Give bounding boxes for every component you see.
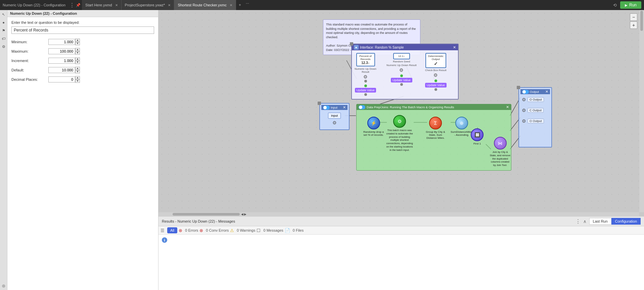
workflow-canvas[interactable]: This standard macro was created to autom… bbox=[158, 10, 644, 216]
sidebar-icon-circle[interactable]: ● bbox=[1, 19, 7, 25]
percent-node[interactable]: Percent ofRecords 12.3↓ bbox=[356, 53, 375, 66]
sidebar-icon-flag[interactable]: ⚑ bbox=[1, 27, 7, 34]
hscroll-thumb[interactable] bbox=[173, 213, 240, 216]
bottom-content-area: ℹ bbox=[158, 235, 644, 290]
deterministic-gear[interactable]: ⚙ bbox=[433, 72, 438, 78]
minimum-spin-down[interactable]: ▼ bbox=[75, 42, 80, 45]
maximum-spin-down[interactable]: ▼ bbox=[75, 51, 80, 55]
menu-dots[interactable]: ⋮ bbox=[70, 2, 75, 8]
increment-spin-down[interactable]: ▼ bbox=[75, 61, 80, 64]
interface-macro-box[interactable]: ■ Interface: Random % Sample ✕ Percent o… bbox=[351, 44, 459, 100]
update1-button[interactable]: Update Value bbox=[355, 88, 376, 93]
increment-input-wrap: ▲ ▼ bbox=[48, 57, 80, 64]
maximum-input[interactable] bbox=[48, 48, 75, 54]
tab-close-1[interactable]: ✕ bbox=[168, 3, 171, 7]
tab-shortest-route[interactable]: Shortest Route Checker.yxmc ✕ bbox=[174, 0, 236, 10]
bottom-info-row: ℹ bbox=[162, 237, 641, 243]
join-icon[interactable]: ⋈ bbox=[494, 137, 507, 150]
decimal-input[interactable] bbox=[48, 76, 75, 82]
default-input-wrap: ▲ ▼ bbox=[48, 67, 80, 73]
canvas-vscroll[interactable] bbox=[639, 10, 644, 212]
input-resize-handle[interactable] bbox=[318, 102, 321, 105]
bottom-dots[interactable]: ⋮ bbox=[576, 218, 581, 224]
default-spin-down[interactable]: ▼ bbox=[75, 70, 80, 73]
hscroll-left-arrow[interactable]: ◀ bbox=[241, 213, 243, 216]
batch-node-1[interactable]: ⚡ Randomly drop a set % of records. bbox=[363, 117, 384, 136]
interface-resize-handle[interactable] bbox=[350, 42, 353, 46]
tab-close-2[interactable]: ✕ bbox=[230, 3, 232, 7]
display-text-input[interactable] bbox=[11, 26, 154, 34]
tab-start-here[interactable]: Start Here.yxmd ✕ bbox=[82, 0, 121, 10]
configuration-button[interactable]: Configuration bbox=[611, 218, 641, 225]
default-spin-up[interactable]: ▲ bbox=[75, 67, 80, 70]
minimum-input[interactable] bbox=[48, 39, 75, 45]
sum-icon[interactable]: Σ bbox=[429, 117, 442, 129]
first-icon[interactable]: 🔲 bbox=[471, 128, 484, 141]
run-button[interactable]: Run bbox=[620, 1, 641, 9]
input-collapse[interactable]: ✕ bbox=[343, 105, 346, 110]
info-circle-icon[interactable]: ℹ bbox=[162, 237, 167, 243]
batch-node-4[interactable]: ⊕ SumDistanceMiles - Ascending. bbox=[450, 117, 473, 136]
output-gear-1[interactable]: ⚙ bbox=[522, 97, 526, 102]
zoom-minus-button[interactable]: − bbox=[630, 13, 637, 21]
hscroll-right-arrow[interactable]: ▶ bbox=[244, 213, 246, 216]
batch-toggle[interactable] bbox=[359, 105, 365, 109]
interface-close[interactable]: ✕ bbox=[453, 45, 456, 50]
output-gear-3[interactable]: ⚙ bbox=[522, 118, 526, 124]
interface-toggle[interactable]: ■ bbox=[354, 45, 359, 50]
zoom-plus-button[interactable]: + bbox=[630, 21, 637, 29]
tab-close-0[interactable]: ✕ bbox=[115, 3, 118, 7]
increment-spin-up[interactable]: ▲ bbox=[75, 57, 80, 61]
list-view-icon[interactable]: ☰ bbox=[160, 228, 165, 233]
batch-node-5[interactable]: 🔲 First 1 bbox=[471, 128, 484, 145]
add-tab-button[interactable]: + bbox=[236, 0, 244, 10]
update3-button[interactable]: Update Value bbox=[425, 83, 447, 88]
deterministic-node[interactable]: DeterministicOutput ✓ bbox=[425, 53, 446, 68]
decimal-spin-down[interactable]: ▼ bbox=[75, 79, 80, 83]
history-icon[interactable]: ⟲ bbox=[613, 3, 617, 8]
bottom-collapse[interactable]: ∧ bbox=[583, 219, 587, 224]
maximum-spin-up[interactable]: ▲ bbox=[75, 48, 80, 51]
more-tabs-button[interactable]: ... bbox=[244, 0, 251, 10]
decimal-spin-up[interactable]: ▲ bbox=[75, 76, 80, 79]
sidebar-icon-tag[interactable]: 🏷 bbox=[1, 36, 7, 42]
output-close[interactable]: ✕ bbox=[545, 90, 548, 94]
random-seed-gear[interactable]: ⚙ bbox=[399, 67, 404, 73]
tab-project-superstore[interactable]: ProjectSuperstore.yxwz* ✕ bbox=[122, 0, 175, 10]
sidebar-icon-bottom[interactable]: ◎ bbox=[1, 283, 7, 289]
files-label: 0 Files bbox=[293, 228, 304, 232]
batch-node-3[interactable]: Σ Group By City & State, Sum Distance Mi… bbox=[424, 117, 447, 139]
pin-icon[interactable]: 📌 bbox=[76, 3, 81, 7]
default-input[interactable] bbox=[48, 67, 75, 73]
update2-button[interactable]: Update Value bbox=[391, 78, 412, 82]
output-toggle[interactable] bbox=[522, 90, 529, 94]
vscroll-thumb[interactable] bbox=[640, 11, 643, 31]
output-resize-handle[interactable] bbox=[517, 86, 520, 89]
batch-node-6[interactable]: ⋈ Join by City & State, and remove the d… bbox=[489, 137, 511, 167]
output-gear-2[interactable]: ⚙ bbox=[522, 108, 526, 113]
sidebar-icon-gear[interactable]: ⚙ bbox=[1, 44, 7, 50]
batch-macro-icon[interactable]: ⚙ bbox=[393, 115, 406, 128]
batch-node-2-label: This batch macro was created to automate… bbox=[386, 129, 413, 152]
input-box[interactable]: Input ✕ Input ⚙ bbox=[319, 103, 350, 130]
minimum-spin-up[interactable]: ▲ bbox=[75, 39, 80, 42]
increment-input[interactable] bbox=[48, 58, 75, 64]
output-row-3: ⚙ O Output bbox=[522, 118, 549, 124]
output-toggle-knob bbox=[522, 90, 526, 94]
increment-label: Increment: bbox=[11, 59, 48, 63]
last-run-button[interactable]: Last Run bbox=[589, 218, 611, 225]
canvas-hscroll[interactable]: ◀ ▶ bbox=[158, 212, 639, 216]
batch-close[interactable]: ✕ bbox=[506, 105, 509, 109]
input-gear[interactable]: ⚙ bbox=[332, 120, 337, 125]
input-toggle[interactable] bbox=[323, 106, 330, 110]
sidebar-icon-cursor[interactable]: ↖ bbox=[1, 11, 7, 17]
input-label[interactable]: Input bbox=[328, 113, 341, 119]
main-area: ↖ ● ⚑ 🏷 ⚙ ◎ Numeric Up Down (22) - Confi… bbox=[0, 10, 644, 290]
interface-box-header: ■ Interface: Random % Sample ✕ bbox=[352, 44, 458, 50]
all-tab-button[interactable]: All bbox=[167, 227, 177, 233]
batch-node-2[interactable]: ⚙ This batch macro was created to automa… bbox=[386, 115, 413, 152]
random-sample-icon[interactable]: ⚡ bbox=[367, 117, 380, 129]
sort-icon[interactable]: ⊕ bbox=[455, 117, 468, 129]
percent-gear-icon[interactable]: ⚙ bbox=[363, 74, 368, 79]
random-seed-node[interactable]: 12.1↓ bbox=[393, 53, 410, 59]
